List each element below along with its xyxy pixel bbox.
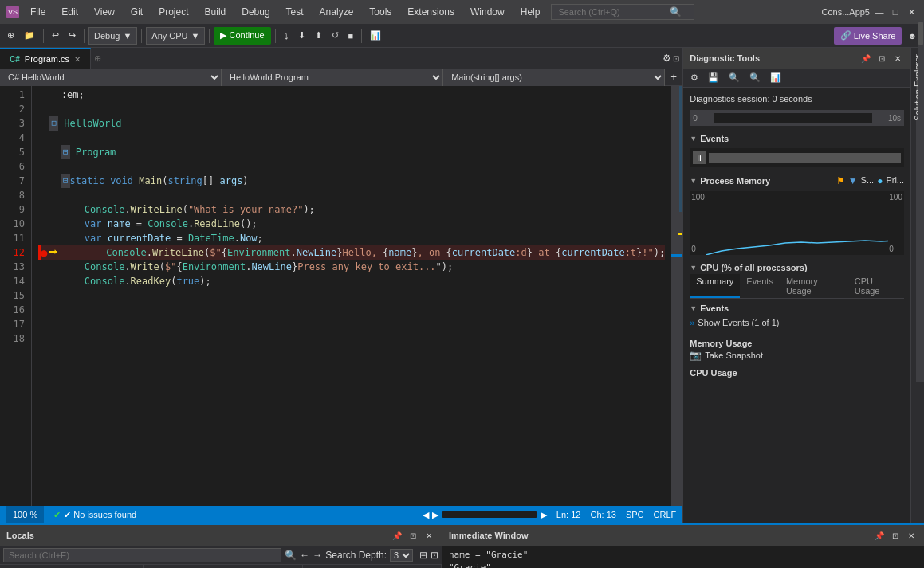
menu-tools[interactable]: Tools <box>363 5 398 19</box>
live-share-label: Live Share <box>854 31 896 41</box>
locals-close-button[interactable]: ✕ <box>423 529 435 542</box>
new-file-button[interactable]: ⊕ <box>3 27 18 45</box>
events-section-header[interactable]: ▼ Events <box>690 132 904 145</box>
immediate-pin-button[interactable]: 📌 <box>873 529 886 542</box>
events-subsection-header[interactable]: ▼ Events <box>690 302 904 315</box>
locals-search-depth-select[interactable]: 3 1 2 4 5 <box>390 549 413 562</box>
show-diag-button[interactable]: 📊 <box>366 27 385 45</box>
pri-label: Pri... <box>886 175 904 186</box>
step-out-button[interactable]: ⬆ <box>311 27 326 45</box>
stop-button[interactable]: ■ <box>344 27 358 45</box>
maximize-button[interactable]: □ <box>889 6 902 18</box>
locals-search-input[interactable] <box>3 548 281 562</box>
editor-tabs: C# Program.cs ✕ ⊕ ⚙ ⊡ <box>0 48 682 69</box>
debug-mode-dropdown[interactable]: Debug ▼ <box>88 27 137 45</box>
locals-filter-icon[interactable]: ⊟ <box>419 550 427 561</box>
cpu-tab-summary[interactable]: Summary <box>690 274 740 298</box>
cpu-tab-events[interactable]: Events <box>740 274 780 298</box>
locals-table-header: Name Value Type <box>0 565 442 568</box>
code-nav-bar: C# HelloWorld HelloWorld.Program Main(st… <box>0 69 682 86</box>
diag-pin-button[interactable]: 📌 <box>859 52 872 65</box>
restart-button[interactable]: ↺ <box>328 27 343 45</box>
menu-file[interactable]: File <box>24 5 52 19</box>
immediate-close-button[interactable]: ✕ <box>905 529 918 542</box>
menu-git[interactable]: Git <box>124 5 149 19</box>
pin-tab-button[interactable]: ⊕ <box>94 53 101 64</box>
redo-button[interactable]: ↪ <box>65 27 80 45</box>
editor-gear-icon[interactable]: ⚙ <box>663 53 671 64</box>
menu-bar: File Edit View Git Project Build Debug T… <box>24 5 546 19</box>
cpu-section-header[interactable]: ▼ CPU (% of all processors) <box>690 261 904 274</box>
continue-button[interactable]: ▶ Continue <box>214 27 270 45</box>
undo-button[interactable]: ↩ <box>48 27 63 45</box>
menu-view[interactable]: View <box>88 5 121 19</box>
diag-zoom-in-icon[interactable]: 🔍 <box>745 69 765 87</box>
editor-tab-program-cs[interactable]: C# Program.cs ✕ <box>0 48 91 69</box>
locals-value-header[interactable]: Value <box>144 565 303 568</box>
code-content[interactable]: :em; ⊟ HelloWorld ⊟ Program ⊟static void… <box>32 86 671 506</box>
step-over-button[interactable]: ⤵ <box>280 27 293 45</box>
immediate-panel-title: Immediate Window <box>449 531 529 540</box>
menu-project[interactable]: Project <box>152 5 195 19</box>
code-line-15 <box>38 288 665 303</box>
locals-nav-back[interactable]: ← <box>300 550 309 561</box>
toolbar-separator-1 <box>43 29 44 43</box>
immediate-scrollbar[interactable] <box>918 21 924 132</box>
locals-float-button[interactable]: ⊡ <box>407 529 419 542</box>
step-into-button[interactable]: ⬇ <box>294 27 309 45</box>
cpu-collapse-icon: ▼ <box>690 264 697 272</box>
minimize-button[interactable]: — <box>873 6 886 18</box>
show-events-row[interactable]: » Show Events (1 of 1) <box>690 315 904 331</box>
events-track <box>709 153 901 163</box>
tab-cs-icon: C# <box>10 55 20 64</box>
title-bar: VS File Edit View Git Project Build Debu… <box>0 0 924 24</box>
open-file-button[interactable]: 📁 <box>20 27 39 45</box>
locals-nav-fwd[interactable]: → <box>313 550 322 561</box>
close-tab-button[interactable]: ✕ <box>74 55 81 64</box>
live-share-button[interactable]: 🔗 Live Share <box>834 27 902 45</box>
method-selector[interactable]: Main(string[] args) <box>443 69 665 86</box>
diag-close-button[interactable]: ✕ <box>891 52 904 65</box>
locals-name-header[interactable]: Name <box>0 565 144 568</box>
global-search-box[interactable]: 🔍 <box>551 4 694 20</box>
code-nav-add-button[interactable]: + <box>665 69 682 86</box>
events-pause-button[interactable]: ⏸ <box>693 151 706 164</box>
diag-float-button[interactable]: ⊡ <box>875 52 888 65</box>
nav-forward-icon[interactable]: ▶ <box>541 510 547 520</box>
menu-build[interactable]: Build <box>199 5 233 19</box>
diag-chart-icon[interactable]: 📊 <box>766 69 785 87</box>
process-memory-header[interactable]: ▼ Process Memory ⚑ ▼ S... ● Pri... <box>690 174 904 188</box>
locals-type-header[interactable]: Type <box>303 565 442 568</box>
search-input[interactable] <box>558 7 670 17</box>
diag-save-icon[interactable]: 💾 <box>704 69 723 87</box>
locals-collapse-icon[interactable]: ⊡ <box>431 550 438 561</box>
cpu-tab-cpu-usage[interactable]: CPU Usage <box>848 274 904 298</box>
mem-axis-left: 100 0 <box>690 191 706 255</box>
nav-prev-icon[interactable]: ◀ <box>423 510 429 520</box>
diag-settings-icon[interactable]: ⚙ <box>686 69 702 87</box>
immediate-float-button[interactable]: ⊡ <box>889 529 902 542</box>
menu-analyze[interactable]: Analyze <box>313 5 360 19</box>
take-snapshot-button[interactable]: 📷 Take Snapshot <box>690 350 904 361</box>
menu-debug[interactable]: Debug <box>235 5 276 19</box>
locals-pin-button[interactable]: 📌 <box>391 529 403 542</box>
diag-zoom-out-icon[interactable]: 🔍 <box>725 69 744 87</box>
locals-search-icon[interactable]: 🔍 <box>285 550 297 561</box>
memory-usage-header[interactable]: Memory Usage <box>690 337 904 350</box>
nav-next-icon[interactable]: ▶ <box>432 510 438 520</box>
platform-dropdown[interactable]: Any CPU ▼ <box>146 27 205 45</box>
namespace-selector[interactable]: C# HelloWorld <box>0 69 222 86</box>
menu-window[interactable]: Window <box>464 5 511 19</box>
menu-edit[interactable]: Edit <box>55 5 85 19</box>
menu-test[interactable]: Test <box>280 5 310 19</box>
class-selector[interactable]: HelloWorld.Program <box>222 69 443 86</box>
editor-expand-icon[interactable]: ⊡ <box>673 54 679 63</box>
menu-help[interactable]: Help <box>514 5 547 19</box>
s-label: S... <box>861 175 875 186</box>
cpu-tab-memory-usage[interactable]: Memory Usage <box>780 274 848 298</box>
editor-scrollbar[interactable] <box>671 86 682 506</box>
zoom-level[interactable]: 100 % <box>6 506 44 523</box>
menu-extensions[interactable]: Extensions <box>401 5 461 19</box>
close-button[interactable]: ✕ <box>905 6 918 18</box>
immediate-content[interactable]: name = "Gracie" "Gracie" currentDate = D… <box>442 546 924 568</box>
